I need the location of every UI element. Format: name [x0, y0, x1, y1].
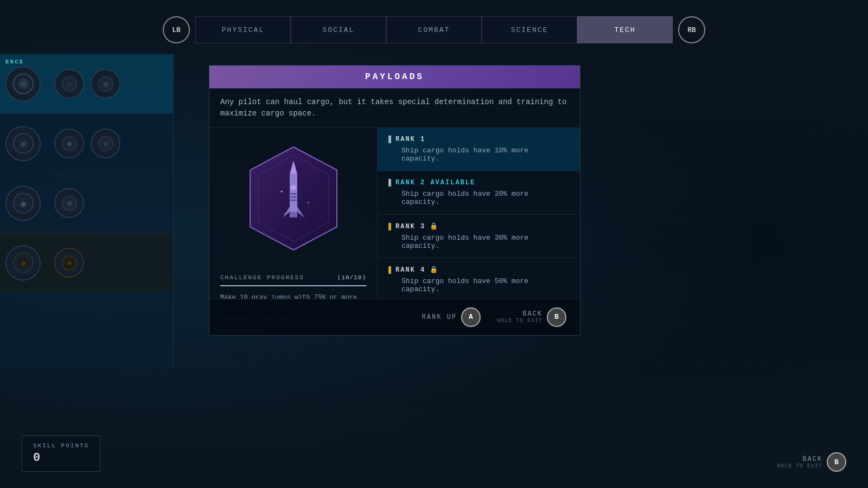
rank-4-bars — [388, 266, 391, 274]
skill-icon-1a[interactable]: ☉ — [54, 69, 84, 99]
rank-2-label: RANK 2 AVAILABLE — [395, 179, 475, 187]
tab-social[interactable]: SOCIAL — [291, 16, 386, 43]
svg-text:◉: ◉ — [21, 200, 26, 209]
tab-physical[interactable]: PHYSICAL — [195, 16, 291, 43]
skill-icon-2b[interactable]: ⊙ — [91, 129, 120, 158]
skill-icon-2a[interactable]: ⊗ — [54, 129, 84, 158]
lb-button[interactable]: LB — [163, 16, 190, 43]
sidebar-section-3: ◉ ⊕ — [0, 174, 173, 233]
left-sidebar: ENCE ☉ ◎ — [0, 54, 174, 369]
rank-bar-4a — [388, 266, 391, 274]
top-navigation: LB PHYSICAL SOCIAL COMBAT SCIENCE TECH R… — [163, 16, 705, 43]
svg-rect-32 — [290, 196, 297, 198]
bottom-back-area: BACK HOLD TO EXIT B — [777, 452, 846, 472]
svg-rect-34 — [290, 212, 297, 217]
rank-2-header: RANK 2 AVAILABLE — [388, 179, 569, 187]
skill-icon-row-1: ☉ ◎ — [54, 69, 120, 99]
rank-up-button[interactable]: A — [461, 307, 481, 327]
rank-4-label: RANK 4 — [395, 266, 425, 274]
rank-bar-1 — [388, 136, 391, 143]
tab-combat[interactable]: COMBAT — [386, 16, 482, 43]
back-text-group: BACK HOLD TO EXIT — [497, 310, 542, 324]
sidebar-section-2: ⊛ ⊗ ⊙ — [0, 114, 173, 174]
hexagon-container: ✦ ✦ ✦ — [239, 139, 348, 258]
rank-1-item[interactable]: RANK 1 Ship cargo holds have 10% more ca… — [378, 128, 580, 171]
svg-rect-31 — [290, 193, 297, 195]
sidebar-section-4: ⊛ ⊗ — [0, 233, 173, 293]
back-label: BACK — [497, 310, 542, 318]
challenge-count: (10/10) — [337, 274, 366, 281]
skill-icon-row-4: ⊗ — [54, 248, 84, 278]
panel-title: PAYLOADS — [220, 72, 569, 82]
sidebar-section-1: ENCE ☉ ◎ — [0, 54, 173, 114]
rank-4-item[interactable]: RANK 4 🔒 Ship cargo holds have 50% more … — [378, 258, 580, 301]
rank-up-action: RANK UP A — [422, 307, 481, 327]
skill-icon-main-3[interactable]: ◉ — [5, 185, 41, 221]
bottom-back-text: BACK HOLD TO EXIT — [777, 455, 822, 469]
rank-3-header: RANK 3 🔒 — [388, 222, 569, 230]
main-panel: PAYLOADS Any pilot can haul cargo, but i… — [209, 65, 580, 336]
skill-points-box: SKILL POINTS 0 — [22, 435, 100, 472]
svg-text:⊗: ⊗ — [67, 259, 72, 268]
tab-science[interactable]: SCIENCE — [482, 16, 577, 43]
rank-4-header: RANK 4 🔒 — [388, 266, 569, 274]
skill-icon-row-3: ⊕ — [54, 188, 84, 218]
rb-button[interactable]: RB — [678, 16, 705, 43]
rank-4-description: Ship cargo holds have 50% more capacity. — [401, 277, 569, 293]
rank-2-description: Ship cargo holds have 20% more capacity. — [401, 190, 569, 206]
skill-icon-4a[interactable]: ⊗ — [54, 248, 84, 278]
action-bar: RANK UP A BACK HOLD TO EXIT B — [209, 299, 580, 335]
skill-icon-1b[interactable]: ◎ — [91, 69, 120, 99]
svg-text:✦: ✦ — [284, 212, 286, 216]
svg-text:⊕: ⊕ — [67, 200, 72, 208]
panel-header: PAYLOADS — [209, 66, 580, 88]
skill-points-label: SKILL POINTS — [33, 442, 89, 449]
tab-tech[interactable]: TECH — [577, 16, 673, 43]
svg-rect-33 — [290, 200, 297, 201]
svg-text:⊗: ⊗ — [67, 140, 72, 149]
nav-tabs: PHYSICAL SOCIAL COMBAT SCIENCE TECH — [195, 16, 673, 43]
rank-3-label: RANK 3 — [395, 223, 425, 230]
back-sublabel: HOLD TO EXIT — [497, 318, 542, 324]
challenge-label: CHALLENGE PROGRESS — [220, 274, 304, 281]
bottom-back-label: BACK — [777, 455, 822, 463]
back-action: BACK HOLD TO EXIT B — [497, 307, 566, 327]
sidebar-section-label: ENCE — [5, 59, 24, 65]
bottom-back-button[interactable]: B — [827, 452, 846, 472]
skill-icon-row-2: ⊗ ⊙ — [54, 129, 120, 158]
skill-icon-main-2[interactable]: ⊛ — [5, 126, 41, 161]
back-button[interactable]: B — [547, 307, 566, 327]
rank-2-bars — [388, 179, 391, 187]
skill-hexagon: ✦ ✦ ✦ — [245, 144, 342, 253]
rank-3-bars — [388, 223, 391, 230]
svg-text:⊛: ⊛ — [21, 140, 26, 150]
svg-text:✦: ✦ — [280, 189, 283, 195]
rank-4-lock-icon: 🔒 — [430, 266, 438, 274]
skill-icon-main-1[interactable] — [5, 66, 41, 101]
rank-2-item[interactable]: RANK 2 AVAILABLE Ship cargo holds have 2… — [378, 171, 580, 215]
rank-1-description: Ship cargo holds have 10% more capacity. — [401, 146, 569, 163]
rank-1-label: RANK 1 — [395, 136, 425, 143]
svg-text:☉: ☉ — [67, 80, 71, 89]
skill-points-value: 0 — [33, 451, 89, 465]
bottom-back-sublabel: HOLD TO EXIT — [777, 463, 822, 469]
svg-text:◎: ◎ — [103, 80, 108, 89]
skill-icon-3a[interactable]: ⊕ — [54, 188, 84, 218]
svg-point-2 — [21, 82, 25, 86]
rank-1-header: RANK 1 — [388, 136, 569, 143]
svg-text:✦: ✦ — [307, 200, 310, 205]
challenge-progress-bar — [220, 285, 366, 286]
svg-text:⊙: ⊙ — [103, 140, 108, 149]
rank-1-bars — [388, 136, 391, 143]
panel-description: Any pilot can haul cargo, but it takes s… — [209, 88, 580, 128]
rank-bar-3a — [388, 223, 391, 230]
rank-up-label: RANK UP — [422, 313, 457, 321]
rank-bar-2a — [388, 179, 391, 187]
rank-3-lock-icon: 🔒 — [430, 222, 438, 230]
rank-3-description: Ship cargo holds have 30% more capacity. — [401, 234, 569, 250]
skill-icon-main-4[interactable]: ⊛ — [5, 245, 41, 280]
svg-point-30 — [291, 185, 296, 190]
challenge-header: CHALLENGE PROGRESS (10/10) — [220, 274, 366, 281]
rank-3-item[interactable]: RANK 3 🔒 Ship cargo holds have 30% more … — [378, 215, 580, 258]
svg-text:⊛: ⊛ — [21, 259, 26, 269]
